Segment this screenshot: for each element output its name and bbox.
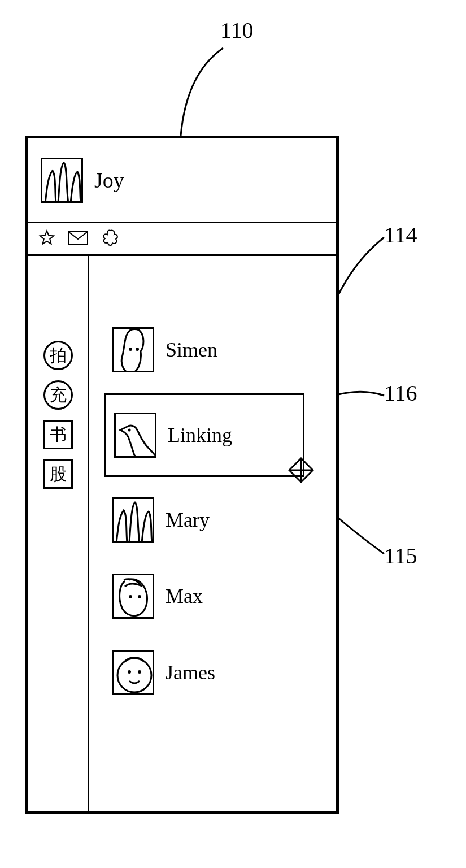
svg-point-3 [128,429,131,432]
callout-114: 114 [384,222,417,248]
contact-item-linking[interactable]: Linking [104,393,304,477]
contact-avatar [112,574,154,619]
sidebar-item-label: 拍 [50,347,67,364]
toolbar [28,223,336,256]
svg-point-4 [129,595,132,598]
cursor-icon [288,457,314,483]
contact-item-max[interactable]: Max [112,569,336,623]
star-icon[interactable] [38,229,55,249]
contact-name: James [166,661,215,684]
sidebar: 拍 充 书 股 [28,256,89,811]
face-icon [114,575,154,619]
user-name: Joy [94,168,124,193]
mountains-icon [114,499,154,542]
face-icon [114,329,154,372]
contact-name: Simen [166,338,217,362]
contact-avatar [114,413,156,458]
contact-list: Simen Linking [89,256,336,811]
contact-item-simen[interactable]: Simen [112,323,336,376]
svg-point-8 [138,670,141,674]
contact-item-james[interactable]: James [112,645,336,699]
sidebar-item-gu[interactable]: 股 [43,459,73,489]
contact-avatar [112,327,154,372]
bird-icon [116,414,156,458]
sidebar-item-pai[interactable]: 拍 [43,341,73,370]
contact-item-mary[interactable]: Mary [112,493,336,546]
sidebar-item-shu[interactable]: 书 [43,420,73,449]
sidebar-item-chong[interactable]: 充 [43,380,73,410]
app-window: Joy 拍 充 书 股 [25,136,339,814]
svg-point-1 [129,348,132,351]
contact-avatar [112,497,154,542]
svg-point-6 [117,658,151,692]
callout-115: 115 [384,542,417,569]
face-icon [114,652,154,695]
header: Joy [28,138,336,223]
mountains-icon [42,159,83,203]
user-avatar[interactable] [41,158,83,203]
svg-point-2 [136,348,139,351]
mail-icon[interactable] [68,231,88,247]
svg-point-5 [138,595,141,598]
sidebar-item-label: 股 [50,466,67,483]
svg-point-7 [128,670,131,674]
callout-116: 116 [384,380,417,406]
contact-name: Max [166,584,203,608]
contact-name: Linking [168,423,232,447]
contact-name: Mary [166,508,210,532]
sidebar-item-label: 书 [50,426,67,443]
body: 拍 充 书 股 Simen [28,256,336,811]
flower-icon[interactable] [101,228,120,250]
callout-110: 110 [220,17,254,44]
contact-avatar [112,650,154,695]
sidebar-item-label: 充 [50,387,67,403]
